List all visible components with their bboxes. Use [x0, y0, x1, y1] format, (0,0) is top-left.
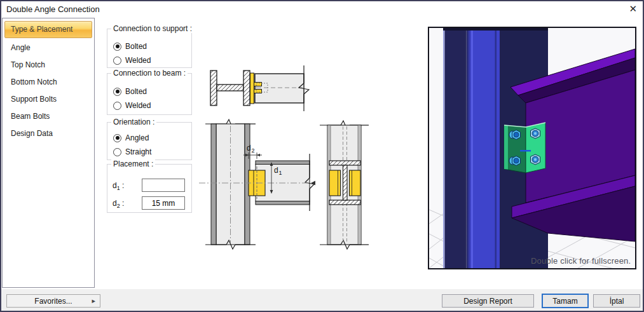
connection-schematic-drawing: d 2 d 1 — [197, 60, 402, 259]
group-connection-to-support: Connection to support : Bolted Welded — [107, 29, 192, 68]
d1-dim-label: d — [274, 166, 278, 175]
sidebar-item-type-placement[interactable]: Type & Placement — [4, 21, 92, 38]
angle-connection-3d — [504, 123, 545, 173]
d1-input[interactable] — [142, 179, 185, 192]
elevation-view: d 2 d 1 — [199, 119, 314, 249]
radio-orientation-straight[interactable]: Straight — [113, 147, 151, 156]
bolt-icon — [509, 156, 521, 166]
bolt-icon — [531, 128, 540, 139]
category-sidebar: Type & Placement Angle Top Notch Bottom … — [2, 18, 95, 288]
radio-label: Welded — [125, 101, 151, 110]
section-view — [311, 121, 369, 249]
d2-label: d2 : — [113, 199, 124, 209]
radio-label: Bolted — [125, 42, 147, 51]
d1-dim-sub: 1 — [279, 170, 282, 176]
radio-support-bolted[interactable]: Bolted — [113, 42, 147, 51]
group-title: Orientation : — [111, 118, 156, 126]
ok-button[interactable]: Tamam — [542, 294, 589, 308]
radio-icon[interactable] — [113, 43, 121, 51]
radio-beam-bolted[interactable]: Bolted — [113, 87, 147, 96]
cancel-label: İptal — [610, 297, 624, 306]
ok-label: Tamam — [552, 297, 577, 306]
plan-view — [210, 65, 309, 111]
sidebar-item-top-notch[interactable]: Top Notch — [3, 57, 94, 74]
sidebar-item-angle[interactable]: Angle — [3, 39, 94, 57]
group-connection-to-beam: Connection to beam : Bolted Welded — [107, 73, 192, 115]
footer-bar: Favorites... ▸ Design Report Tamam İptal — [0, 289, 644, 312]
chevron-right-icon: ▸ — [92, 297, 95, 305]
design-report-button[interactable]: Design Report — [442, 294, 534, 308]
favorites-button[interactable]: Favorites... ▸ — [6, 294, 100, 308]
group-title: Placement : — [111, 159, 155, 168]
3d-render — [429, 28, 635, 268]
group-placement: Placement : d1 : d2 : — [107, 164, 192, 213]
sidebar-item-bottom-notch[interactable]: Bottom Notch — [3, 74, 94, 91]
radio-label: Welded — [125, 56, 151, 65]
cancel-button[interactable]: İptal — [593, 294, 640, 308]
sidebar-item-support-bolts[interactable]: Support Bolts — [3, 91, 94, 108]
d2-dim-sub: 2 — [252, 147, 255, 154]
d2-dim-label: d — [247, 144, 251, 153]
3d-preview-viewport[interactable]: Double click for fullscreen. — [428, 27, 636, 269]
group-title: Connection to support : — [111, 24, 194, 33]
radio-label: Angled — [125, 133, 149, 142]
radio-icon[interactable] — [113, 134, 121, 142]
bolt-icon — [509, 130, 521, 140]
radio-label: Straight — [125, 147, 151, 156]
titlebar: Double Angle Connection ✕ — [0, 0, 644, 18]
group-title: Connection to beam : — [111, 69, 188, 78]
radio-icon[interactable] — [113, 88, 121, 96]
favorites-label: Favorites... — [34, 297, 72, 306]
radio-label: Bolted — [125, 87, 147, 96]
radio-beam-welded[interactable]: Welded — [113, 101, 151, 110]
sidebar-item-beam-bolts[interactable]: Beam Bolts — [3, 108, 94, 125]
radio-support-welded[interactable]: Welded — [113, 56, 151, 65]
group-orientation: Orientation : Angled Straight — [107, 122, 192, 160]
design-report-label: Design Report — [463, 297, 512, 306]
double-angle-connection-dialog: Double Angle Connection ✕ Type & Placeme… — [0, 0, 644, 312]
radio-icon[interactable] — [113, 148, 121, 156]
dialog-title: Double Angle Connection — [6, 4, 100, 14]
sidebar-item-design-data[interactable]: Design Data — [3, 125, 94, 142]
d2-input[interactable] — [142, 196, 185, 210]
radio-icon[interactable] — [113, 102, 121, 110]
radio-icon[interactable] — [113, 57, 121, 65]
d1-label: d1 : — [113, 181, 124, 191]
fullscreen-hint: Double click for fullscreen. — [531, 256, 631, 266]
close-icon[interactable]: ✕ — [629, 3, 637, 15]
radio-orientation-angled[interactable]: Angled — [113, 133, 149, 142]
bolt-icon — [531, 154, 540, 165]
